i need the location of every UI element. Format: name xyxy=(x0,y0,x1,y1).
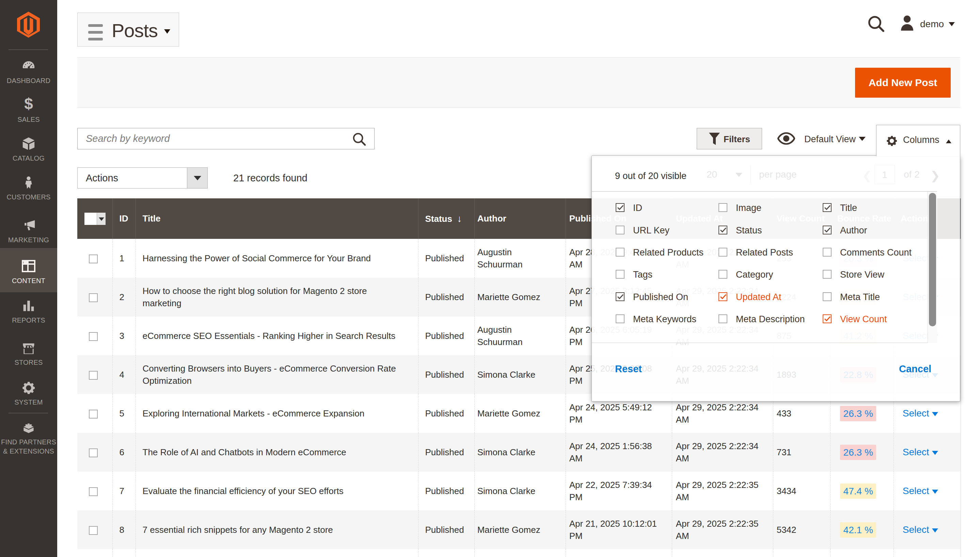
svg-text:$: $ xyxy=(24,97,33,112)
